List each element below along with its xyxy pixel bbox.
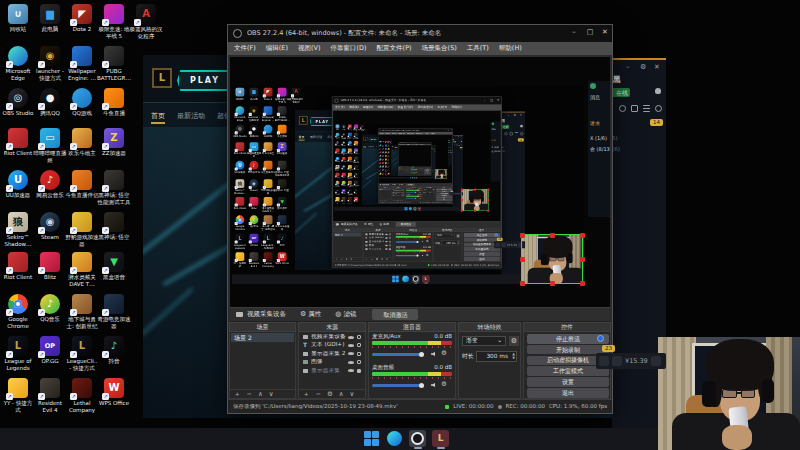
mixer-gear-icon[interactable]: ⚙ — [426, 240, 429, 243]
scenes-toolbar-icon[interactable]: ＋ — [335, 258, 338, 261]
desktop-icon-launcher[interactable]: ◉↗launcher - 快捷方式 — [33, 46, 67, 81]
transition-select[interactable]: 渐变⌄ — [435, 234, 454, 238]
taskbar-league-button[interactable]: L — [418, 207, 421, 210]
folder-icon[interactable] — [456, 144, 457, 145]
list-icon[interactable] — [643, 105, 650, 112]
lock-icon[interactable] — [357, 343, 361, 347]
sources-toolbar-icon[interactable]: ∧ — [339, 391, 344, 398]
desktop-icon-localization-tool[interactable]: A↗极需风格的汉化程序 — [289, 88, 304, 103]
scene-item[interactable]: 场景 2 — [399, 169, 404, 170]
scene-item[interactable]: 场景 2 — [379, 188, 391, 190]
visibility-eye-icon[interactable] — [348, 369, 354, 372]
list-icon[interactable] — [515, 132, 518, 135]
league-tab[interactable]: 首页 — [151, 113, 165, 124]
desktop-icon-this-pc[interactable]: ▆此电脑 — [247, 88, 262, 101]
maximize-button[interactable]: □ — [584, 29, 596, 36]
scene-item[interactable]: 场景 2 — [231, 333, 294, 342]
sources-toolbar-icon[interactable]: ⚙ — [327, 391, 333, 398]
visibility-eye-icon[interactable] — [385, 237, 388, 238]
desktop-icon-zz-booster[interactable]: Z↗ZZ加速器 — [97, 128, 131, 157]
desktop-icon-sekiro[interactable]: 狼↗Sekiro™ Shadow… — [1, 212, 35, 247]
selection-handle[interactable] — [580, 257, 585, 262]
lock-icon[interactable] — [403, 195, 404, 196]
scenes-toolbar-icon[interactable]: ＋ — [234, 391, 241, 398]
speaker-icon[interactable] — [431, 352, 435, 356]
lock-icon[interactable] — [389, 248, 391, 250]
bell-icon[interactable] — [461, 141, 462, 142]
selection-handle[interactable] — [440, 178, 441, 179]
mixer-gear-icon[interactable]: ⚙ — [441, 350, 447, 357]
volume-slider-knob[interactable] — [416, 241, 418, 243]
transition-gear-icon[interactable]: ⚙ — [456, 234, 460, 238]
selected-source-outline[interactable] — [461, 189, 488, 211]
scenes-toolbar-icon[interactable]: ∧ — [258, 391, 263, 398]
chat-settings-icon[interactable]: ⚙ — [640, 64, 646, 71]
obs-preview-canvas[interactable] — [399, 145, 431, 166]
desktop-icon-pubg[interactable]: ↗PUBG BATTLEGR… — [387, 144, 390, 147]
menu-item[interactable]: 帮助(H) — [451, 106, 461, 109]
desktop-icon-opgg[interactable]: OP↗OP.GG — [247, 234, 262, 247]
desktop-icon-heibox-voice[interactable]: ▼↗黑盒语音 — [387, 162, 390, 164]
sources-toolbar-icon[interactable]: − — [371, 258, 373, 261]
speaker-icon[interactable] — [422, 255, 424, 257]
close-button[interactable]: ✕ — [496, 99, 501, 102]
visibility-eye-icon[interactable] — [348, 352, 354, 355]
desktop-icon-black-myth-wukong[interactable]: ↗黑神话: 悟空 — [387, 159, 390, 161]
selection-handle[interactable] — [520, 233, 525, 238]
desktop-icon-netease-music[interactable]: ♪↗网易云音乐 — [33, 170, 67, 199]
desktop-icon-riot-client[interactable]: ↗Riot Client — [1, 128, 35, 157]
menu-item[interactable]: 编辑(E) — [386, 133, 390, 134]
folder-icon[interactable] — [631, 105, 638, 112]
desktop-icon-wukong-benchmark[interactable]: ↗黑神话: 悟空性能测试工具 — [387, 155, 390, 158]
desktop-icon-tencent-qq[interactable]: ●↗腾讯QQ — [33, 88, 67, 117]
desktop-icon-google-chrome[interactable]: ↗Google Chrome — [1, 294, 35, 329]
sources-toolbar-icon[interactable]: ∨ — [350, 391, 355, 398]
taskbar-league-button[interactable]: L — [422, 275, 429, 282]
desktop-icon-douyin[interactable]: ♪↗抖音 — [97, 336, 131, 365]
volume-slider-knob[interactable] — [415, 192, 416, 193]
desktop-icon-dave-the-diver[interactable]: ↗潜水员戴夫 DAVE T… — [65, 252, 99, 287]
taskbar-league-button[interactable]: L — [416, 177, 417, 178]
speaker-icon[interactable] — [431, 383, 435, 387]
chat-close-button[interactable]: ✕ — [435, 146, 436, 147]
selection-handle[interactable] — [580, 281, 585, 286]
taskbar-edge-button[interactable] — [386, 430, 403, 447]
source-row[interactable]: 视频采集设备 — [300, 333, 364, 341]
mixer-gear-icon[interactable]: ⚙ — [419, 192, 420, 193]
desktop-icon-riot-client-2[interactable]: ↗Riot Client — [1, 252, 35, 281]
mixer-gear-icon[interactable]: ⚙ — [419, 198, 420, 199]
bell-icon[interactable] — [520, 125, 523, 128]
spinner-arrows-icon[interactable]: ▲▼ — [512, 352, 515, 360]
selected-source-outline[interactable] — [435, 169, 447, 179]
league-tab[interactable]: 首页 — [298, 136, 304, 141]
taskbar-start-button[interactable] — [363, 430, 380, 447]
desktop-icon-blitz[interactable]: ↗Blitz — [33, 252, 67, 281]
visibility-eye-icon[interactable] — [348, 361, 354, 364]
selection-handle[interactable] — [550, 233, 555, 238]
taskbar-obs-button[interactable] — [413, 207, 416, 210]
selection-handle[interactable] — [474, 188, 476, 190]
selection-handle[interactable] — [435, 173, 436, 174]
sources-toolbar-icon[interactable]: ＋ — [303, 391, 310, 398]
add-friend-icon[interactable] — [619, 105, 626, 112]
desktop-icon-forza-horizon-5[interactable]: ↗极限竞速: 地平线 5 — [275, 88, 290, 103]
search-icon[interactable] — [655, 105, 662, 112]
sources-toolbar-icon[interactable]: ⚙ — [376, 258, 379, 261]
deactivate-button[interactable]: 取消激活 — [372, 309, 418, 320]
desktop-icon-douyu-live[interactable]: ↗斗鱼直播 — [353, 141, 360, 147]
desktop-icon-douyu-companion[interactable]: ↗斗鱼直播伴侣 — [65, 170, 99, 199]
lock-icon[interactable] — [389, 233, 391, 235]
visibility-eye-icon[interactable] — [385, 234, 388, 235]
desktop-icon-localization-tool[interactable]: A↗极需风格的汉化程序 — [359, 125, 366, 132]
filters-button[interactable]: ◍滤镜 — [335, 311, 356, 318]
transition-select[interactable]: 渐变⌄ — [462, 336, 506, 346]
desktop-icon-yebao-booster[interactable]: ↗野豹游戏加速器 — [65, 212, 99, 247]
minimize-button[interactable]: – — [482, 99, 487, 102]
minimize-button[interactable]: – — [444, 129, 446, 130]
volume-slider[interactable] — [396, 241, 419, 242]
menu-item[interactable]: 帮助(H) — [499, 45, 522, 52]
desktop-icon-steam[interactable]: ◉↗Steam — [247, 179, 262, 192]
visibility-eye-icon[interactable] — [348, 344, 354, 347]
desktop-icon-obs-studio[interactable]: ◎↗OBS Studio — [1, 88, 35, 117]
desktop-icon-qiyou-booster[interactable]: ↗奇游电竞加速器 — [353, 181, 360, 188]
